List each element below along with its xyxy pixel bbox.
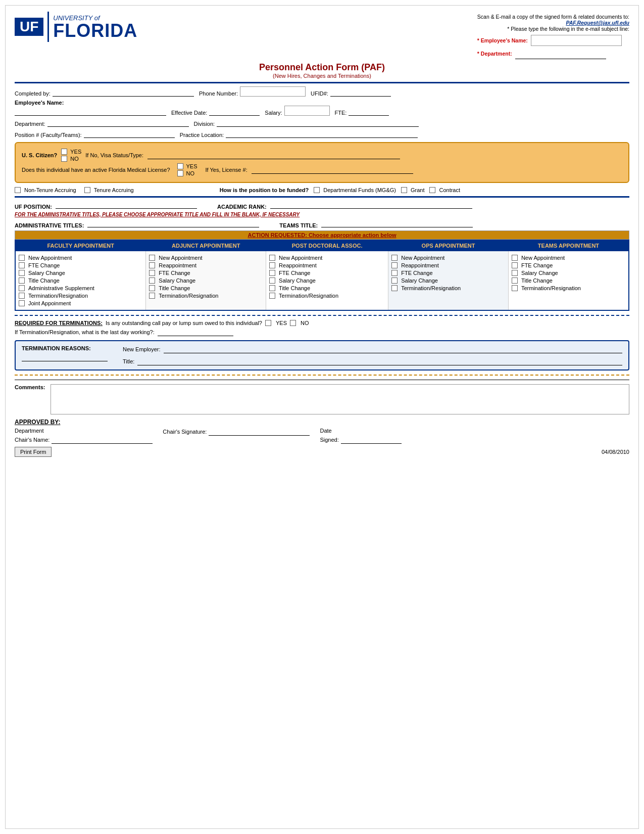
emp-name-label: Employee's Name: <box>15 100 64 106</box>
non-tenure-group: Non-Tenure Accruing <box>15 187 76 193</box>
postdoc-fte-checkbox[interactable] <box>269 270 275 276</box>
practice-location-input[interactable] <box>226 130 418 138</box>
position-num-input[interactable] <box>84 130 175 138</box>
academic-rank-input[interactable] <box>270 201 472 209</box>
admin-titles-input[interactable] <box>87 219 259 227</box>
ops-new-appt-checkbox[interactable] <box>391 255 398 261</box>
teams-term-checkbox[interactable] <box>512 285 518 291</box>
col-header-postdoc: POST DOCTORAL ASSOC. <box>266 240 388 251</box>
ops-reappt-checkbox[interactable] <box>391 262 398 268</box>
signed-input[interactable] <box>341 436 402 444</box>
dept-group: Department: <box>15 119 189 127</box>
row-dept: Department: Division: <box>15 119 629 127</box>
teams-term-label: Termination/Resignation <box>521 285 581 291</box>
faculty-title: Title Change <box>19 277 142 284</box>
teams-title-checkbox[interactable] <box>512 277 518 284</box>
grant-checkbox[interactable] <box>401 187 407 193</box>
term-yes-label: YES <box>276 320 287 326</box>
faculty-title-checkbox[interactable] <box>19 277 25 284</box>
teams-new-appt-checkbox[interactable] <box>512 255 518 261</box>
ops-salary-checkbox[interactable] <box>391 277 398 284</box>
teams-salary: Salary Change <box>512 270 625 276</box>
uf-position-group: UF POSITION: <box>15 201 197 210</box>
adjunct-fte-checkbox[interactable] <box>149 270 155 276</box>
teams-salary-checkbox[interactable] <box>512 270 518 276</box>
date-revised: 04/08/2010 <box>602 449 629 455</box>
dept-input[interactable] <box>47 119 189 127</box>
grant-label: Grant <box>411 187 425 193</box>
faculty-term-checkbox[interactable] <box>19 293 25 299</box>
term-reasons-input[interactable] <box>22 353 108 361</box>
postdoc-salary-checkbox[interactable] <box>269 277 275 284</box>
faculty-fte-checkbox[interactable] <box>19 262 25 268</box>
signed-row: Signed: <box>320 436 401 444</box>
last-day-input[interactable] <box>158 328 233 336</box>
visa-type-input[interactable] <box>147 151 400 159</box>
adjunct-reappt-checkbox[interactable] <box>149 262 155 268</box>
postdoc-title-checkbox[interactable] <box>269 285 275 291</box>
postdoc-term-checkbox[interactable] <box>269 293 275 299</box>
emp-name-input[interactable] <box>15 108 166 116</box>
signed-label: Signed: <box>320 437 338 443</box>
dept-funds-checkbox[interactable] <box>314 187 320 193</box>
date-col: Date Signed: <box>320 428 401 444</box>
citizen-no-checkbox[interactable] <box>61 156 67 162</box>
tenure-checkbox[interactable] <box>84 187 90 193</box>
postdoc-term-label: Termination/Resignation <box>279 293 338 299</box>
salary-input[interactable] <box>284 106 330 116</box>
emp-name-header-label: * Employee's Name: <box>477 37 528 43</box>
phone-input[interactable] <box>240 86 306 97</box>
teams-title-input[interactable] <box>321 219 473 227</box>
postdoc-reappt-checkbox[interactable] <box>269 262 275 268</box>
adjunct-title-label: Title Change <box>159 285 190 291</box>
adjunct-new-appt-checkbox[interactable] <box>149 255 155 261</box>
postdoc-title: Title Change <box>269 285 385 291</box>
postdoc-new-appt-checkbox[interactable] <box>269 255 275 261</box>
uf-position-input[interactable] <box>56 201 197 209</box>
adjunct-term-checkbox[interactable] <box>149 293 155 299</box>
faculty-admin-supp-checkbox[interactable] <box>19 285 25 291</box>
admin-titles-group: ADMINISTRATIVE TITLES: <box>15 219 259 228</box>
faculty-new-appt-checkbox[interactable] <box>19 255 25 261</box>
uf-position-label: UF POSITION: <box>15 204 52 210</box>
ops-reappt-label: Reappointment <box>401 262 439 268</box>
action-table: FACULTY APPOINTMENT ADJUNCT APPOINTMENT … <box>15 240 629 311</box>
ops-reappt: Reappointment <box>391 262 505 268</box>
term-no-checkbox[interactable] <box>290 320 296 326</box>
adjunct-salary-label: Salary Change <box>159 277 195 284</box>
effective-date-input[interactable] <box>209 108 260 116</box>
emp-dept-area: * Employee's Name: * Department: <box>477 35 629 59</box>
division-input[interactable] <box>217 119 419 127</box>
non-tenure-checkbox[interactable] <box>15 187 21 193</box>
faculty-term-label: Termination/Resignation <box>28 293 88 299</box>
adjunct-title-checkbox[interactable] <box>149 285 155 291</box>
contract-checkbox[interactable] <box>429 187 435 193</box>
faculty-fte: FTE Change <box>19 262 142 268</box>
ops-fte-checkbox[interactable] <box>391 270 398 276</box>
chair-name-input[interactable] <box>52 436 153 444</box>
term-title-input[interactable] <box>137 357 622 365</box>
term-yes-checkbox[interactable] <box>265 320 271 326</box>
citizen-yes-checkbox[interactable] <box>61 149 67 155</box>
ufid-input[interactable] <box>330 88 391 97</box>
fl-no-checkbox[interactable] <box>177 170 183 176</box>
print-button[interactable]: Print Form <box>15 447 52 457</box>
emp-name-header-input[interactable] <box>531 35 622 46</box>
teams-fte-checkbox[interactable] <box>512 262 518 268</box>
new-employer-input[interactable] <box>164 345 622 353</box>
adjunct-salary-checkbox[interactable] <box>149 277 155 284</box>
ops-term-checkbox[interactable] <box>391 285 398 291</box>
chairs-sig-input[interactable] <box>209 428 310 436</box>
dept-header-row: * Department: <box>477 48 629 59</box>
adjunct-new-appt: New Appointment <box>149 255 263 261</box>
faculty-salary-checkbox[interactable] <box>19 270 25 276</box>
completed-by-input[interactable] <box>53 88 194 97</box>
fl-yes-checkbox[interactable] <box>177 163 183 169</box>
dept-header-line[interactable] <box>515 48 606 59</box>
comments-box[interactable] <box>51 384 629 414</box>
license-num-input[interactable] <box>252 166 413 174</box>
col-header-teams: TEAMS APPOINTMENT <box>508 240 629 251</box>
fte-input[interactable] <box>349 108 389 116</box>
faculty-joint: Joint Appoinment <box>19 300 142 306</box>
faculty-joint-checkbox[interactable] <box>19 300 25 306</box>
